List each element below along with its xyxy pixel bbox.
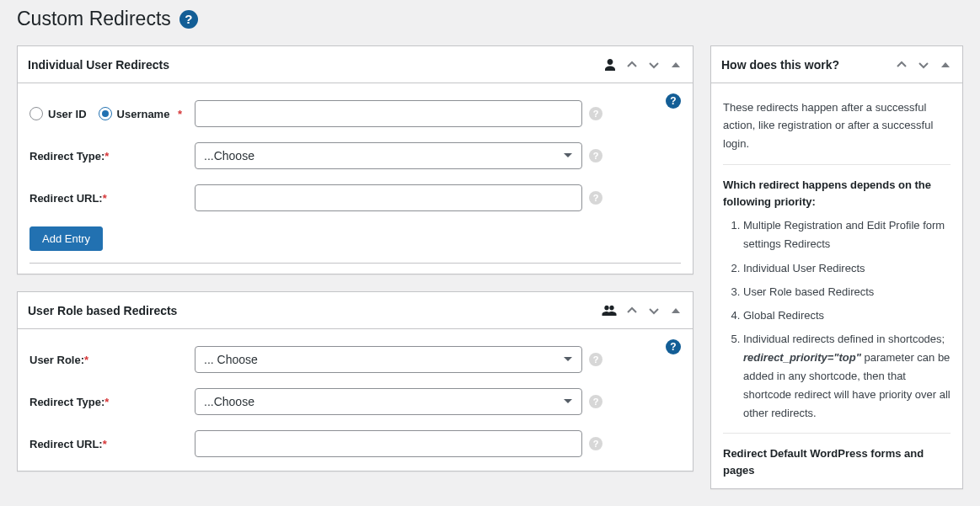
panel-user-role-redirects: User Role based Redirects (17, 291, 693, 471)
sidebar-footer-heading: Redirect Default WordPress forms and pag… (723, 445, 951, 478)
page-title: Custom Redirects ? (17, 8, 963, 30)
users-icon (602, 304, 617, 317)
radio-user-id-label: User ID (48, 108, 87, 120)
redirect-url-label: Redirect URL: (29, 438, 103, 450)
required-marker: * (84, 354, 88, 366)
field-help-icon[interactable]: ? (589, 395, 602, 408)
chevron-up-icon[interactable] (895, 58, 908, 72)
field-help-icon[interactable]: ? (589, 191, 602, 205)
code-param: redirect_priority="top" (743, 351, 861, 364)
panel-individual-user-redirects: Individual User Redirects (17, 45, 693, 274)
panel-header: User Role based Redirects (18, 292, 693, 329)
panel-help-icon[interactable]: ? (666, 93, 681, 109)
panel-help-icon[interactable]: ? (666, 339, 681, 354)
sidebar-intro: These redirects happen after a successfu… (723, 99, 951, 152)
required-marker: * (174, 108, 182, 120)
list-item: Individual redirects defined in shortcod… (743, 330, 951, 423)
list-item: Global Redirects (743, 306, 951, 325)
redirect-url-input[interactable] (195, 184, 582, 211)
redirect-type-label: Redirect Type: (29, 150, 104, 162)
divider (723, 164, 951, 165)
collapse-icon[interactable] (939, 58, 952, 72)
radio-user-id[interactable] (29, 107, 43, 120)
chevron-down-icon[interactable] (647, 58, 661, 72)
panel-how-does-this-work: How does this work? These r (710, 45, 963, 489)
chevron-down-icon[interactable] (647, 304, 661, 317)
chevron-up-icon[interactable] (625, 58, 639, 72)
panel-title: Individual User Redirects (28, 58, 169, 72)
user-role-label: User Role: (29, 354, 84, 366)
collapse-icon[interactable] (669, 58, 683, 72)
list-item: Individual User Redirects (743, 259, 951, 278)
field-help-icon[interactable]: ? (589, 107, 602, 120)
priority-heading: Which redirect happens depends on the fo… (723, 177, 951, 210)
help-icon[interactable]: ? (179, 10, 198, 29)
required-marker: * (103, 192, 107, 205)
priority-list: Multiple Registration and Edit Profile f… (723, 216, 951, 423)
redirect-type-select[interactable]: ...Choose (195, 142, 582, 169)
chevron-up-icon[interactable] (625, 304, 639, 317)
page-title-text: Custom Redirects (17, 8, 171, 30)
redirect-url-label: Redirect URL: (29, 192, 103, 205)
chevron-down-icon[interactable] (917, 58, 930, 72)
username-input[interactable] (195, 100, 582, 127)
panel-title: User Role based Redirects (28, 304, 177, 317)
collapse-icon[interactable] (669, 304, 683, 317)
panel-header: Individual User Redirects (18, 46, 693, 83)
list-item-text: Individual redirects defined in shortcod… (743, 333, 945, 345)
required-marker: * (104, 396, 109, 408)
field-help-icon[interactable]: ? (589, 149, 602, 162)
divider (29, 263, 681, 264)
panel-title: How does this work? (721, 58, 839, 72)
user-role-select[interactable]: ... Choose (195, 346, 582, 373)
field-help-icon[interactable]: ? (589, 353, 602, 366)
redirect-url-input[interactable] (195, 430, 582, 457)
redirect-type-select[interactable]: ...Choose (195, 388, 582, 415)
field-help-icon[interactable]: ? (589, 437, 602, 450)
list-item: Multiple Registration and Edit Profile f… (743, 216, 951, 253)
list-item: User Role based Redirects (743, 283, 951, 301)
redirect-type-label: Redirect Type: (29, 396, 104, 408)
required-marker: * (103, 438, 107, 450)
panel-header: How does this work? (711, 46, 962, 83)
divider (723, 433, 951, 434)
user-icon (603, 58, 617, 72)
radio-username-label: Username (117, 108, 170, 120)
radio-username[interactable] (99, 107, 112, 120)
add-entry-button[interactable]: Add Entry (29, 226, 103, 251)
required-marker: * (104, 150, 109, 162)
